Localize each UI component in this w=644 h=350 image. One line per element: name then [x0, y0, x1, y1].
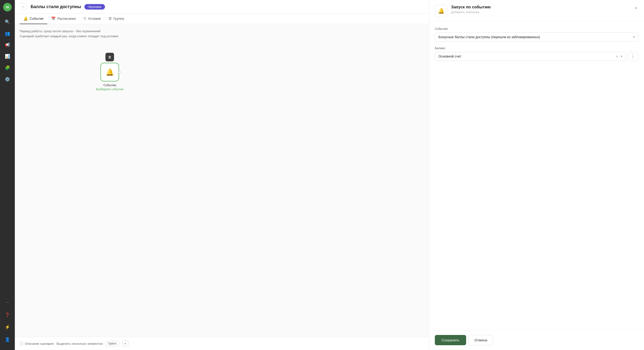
bottom-bar-info: i Описание сценария — [20, 342, 54, 346]
search-icon[interactable]: 🔍 — [3, 17, 12, 27]
tab-schedule-label: Расписание — [57, 17, 76, 20]
tabs: 🔔 Событие 📅 Расписание ▽ Условие ☰ Групп… — [15, 14, 429, 24]
draft-badge: Черновик — [84, 4, 105, 9]
settings-icon[interactable]: ⚙️ — [3, 74, 12, 84]
cancel-button[interactable]: Отмена — [468, 335, 494, 345]
node-label: Событие — [103, 83, 116, 87]
node-delete-button[interactable]: 🗑 — [106, 53, 114, 61]
main-content: ← Баллы стали доступны Черновик 🔔 Событи… — [15, 0, 429, 350]
panel-subtitle[interactable]: Добавить описание — [451, 10, 630, 14]
schedule-tab-icon: 📅 — [51, 16, 56, 21]
balance-select-value: Основной счет — [438, 54, 461, 58]
canvas: Период работы: сразу после запуска – без… — [15, 24, 429, 337]
sidebar: m 🔍 👥 📢 📊 🧩 ⚙️ → ❓ ⚡ 👤 — [0, 0, 15, 350]
event-select[interactable]: Бонусные баллы стали доступны (перешли и… — [435, 32, 638, 41]
chart-icon[interactable]: 📊 — [3, 52, 12, 61]
condition-tab-icon: ▽ — [84, 16, 86, 21]
panel-header: 🔔 Запуск по событию Добавить описание × — [429, 0, 644, 21]
puzzle-icon[interactable]: 🧩 — [3, 63, 12, 73]
save-button[interactable]: Сохранить — [435, 335, 466, 345]
bolt-icon[interactable]: ⚡ — [3, 322, 12, 332]
canvas-info-line1: Период работы: сразу после запуска – без… — [20, 29, 424, 34]
panel-title: Запуск по событию — [451, 5, 630, 9]
logo[interactable]: m — [3, 3, 12, 11]
event-select-value: Бонусные баллы стали доступны (перешли и… — [438, 35, 633, 39]
node-connector — [118, 71, 120, 74]
tab-condition-label: Условие — [88, 17, 101, 20]
panel-footer: Сохранить Отмена — [429, 330, 644, 350]
node-bell-icon: 🔔 — [106, 68, 114, 76]
balance-field: Основной счет ✕ ▾ ⋮ — [435, 52, 638, 61]
description-label: Описание сценария — [25, 342, 54, 346]
panel-title-group: Запуск по событию Добавить описание — [451, 5, 630, 14]
page-title: Баллы стали доступны — [30, 4, 81, 9]
more-options-button[interactable]: ⋮ — [628, 52, 638, 61]
tab-group-label: Группа — [113, 17, 124, 20]
megaphone-icon[interactable]: 📢 — [3, 40, 12, 50]
balance-chevron-icon: ▾ — [621, 55, 622, 58]
event-field-label: Событие — [435, 27, 638, 30]
panel-body: Событие Бонусные баллы стали доступны (п… — [429, 21, 644, 330]
topbar: ← Баллы стали доступны Черновик — [15, 0, 429, 14]
balance-field-label: Баланс — [435, 46, 638, 50]
add-button[interactable]: + — [122, 341, 128, 347]
select-multiple-label: Выделить несколько элементов — [56, 342, 102, 346]
side-panel: 🔔 Запуск по событию Добавить описание × … — [429, 0, 644, 350]
event-chevron-icon: ▾ — [633, 35, 635, 39]
canvas-info: Период работы: сразу после запуска – без… — [20, 29, 424, 39]
logout-icon[interactable]: → — [3, 298, 12, 307]
tab-condition[interactable]: ▽ Условие — [80, 14, 105, 24]
tab-schedule[interactable]: 📅 Расписание — [47, 14, 80, 24]
node-action-link[interactable]: Выберите событие — [96, 87, 124, 91]
users-icon[interactable]: 👥 — [3, 29, 12, 38]
tab-group[interactable]: ☰ Группа — [105, 14, 128, 24]
info-icon: i — [20, 342, 24, 346]
panel-bell-icon: 🔔 — [435, 5, 447, 17]
panel-close-button[interactable]: × — [634, 5, 638, 12]
group-tab-icon: ☰ — [108, 16, 112, 21]
option-badge[interactable]: Option — [106, 341, 119, 346]
balance-select[interactable]: Основной счет ✕ ▾ — [435, 52, 626, 61]
help-icon[interactable]: ❓ — [3, 310, 12, 320]
back-button[interactable]: ← — [20, 3, 27, 10]
canvas-info-line2: Сценарий сработает каждый раз, когда кли… — [20, 34, 424, 39]
node-box[interactable]: 🔔 — [100, 63, 119, 81]
bottom-bar: i Описание сценария Выделить несколько э… — [15, 337, 429, 350]
user-icon[interactable]: 👤 — [3, 335, 12, 344]
event-tab-icon: 🔔 — [24, 16, 28, 21]
event-node[interactable]: 🗑 🔔 Событие Выберите событие — [96, 53, 124, 91]
tab-event[interactable]: 🔔 Событие — [20, 14, 47, 24]
tab-event-label: Событие — [30, 17, 44, 20]
clear-balance-icon[interactable]: ✕ — [616, 55, 618, 58]
